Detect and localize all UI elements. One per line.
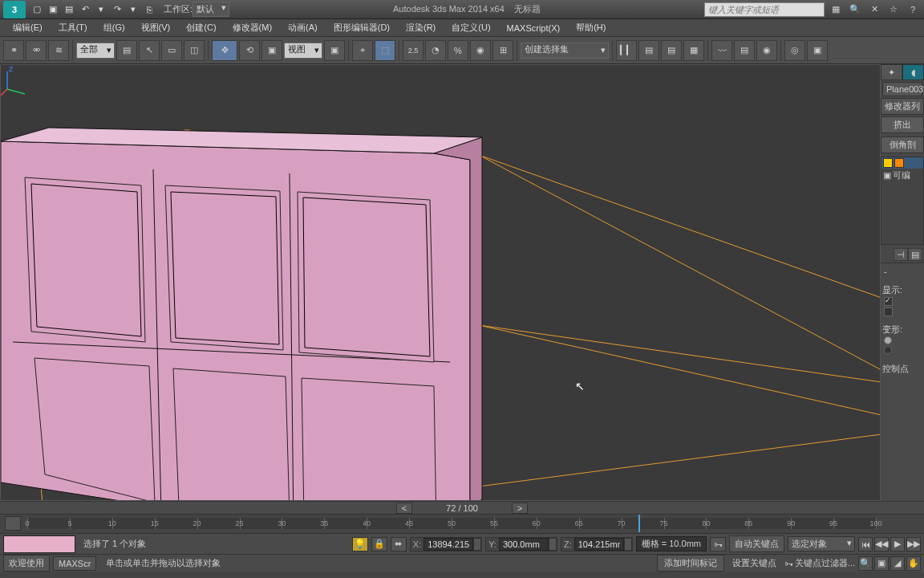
manipulate-icon[interactable]: ⌖ xyxy=(352,40,373,61)
time-marker[interactable] xyxy=(638,515,640,532)
range-left-arrow[interactable]: < xyxy=(396,503,412,514)
render-frame-icon[interactable]: ▣ xyxy=(807,40,828,61)
z-spinner[interactable] xyxy=(624,538,632,551)
menu-help[interactable]: 帮助(H) xyxy=(568,20,614,35)
absolute-mode-icon[interactable]: ⬌ xyxy=(391,537,407,552)
play-icon[interactable]: ▶ xyxy=(890,537,905,552)
bind-tool-icon[interactable]: ≋ xyxy=(48,40,69,61)
curve-editor-icon[interactable]: 〰 xyxy=(711,40,732,61)
key-filter-button[interactable]: 关键点过滤器... xyxy=(795,557,855,569)
app-icon[interactable]: 3 xyxy=(3,1,26,18)
pan-icon[interactable]: ✋ xyxy=(906,556,921,571)
config-stack-icon[interactable]: ▤ xyxy=(908,248,922,261)
lock-toggle-icon[interactable]: 💡 xyxy=(352,537,368,552)
perspective-viewport[interactable]: ↖ z xyxy=(0,64,881,501)
menu-render[interactable]: 渲染(R) xyxy=(398,20,444,35)
menu-customize[interactable]: 自定义(U) xyxy=(444,20,498,35)
menu-view[interactable]: 视图(V) xyxy=(133,20,179,35)
deform-radio-1[interactable] xyxy=(884,336,892,344)
x-input[interactable] xyxy=(424,538,473,551)
next-frame-icon[interactable]: ▶▶ xyxy=(906,537,921,552)
select-cursor-icon[interactable]: ↖ xyxy=(139,40,160,61)
goto-start-icon[interactable]: ⏮ xyxy=(858,537,873,552)
selection-filter-select[interactable]: 全部 xyxy=(76,43,115,59)
align-icon[interactable]: ▤ xyxy=(638,40,659,61)
layers-icon[interactable]: ▤ xyxy=(661,40,682,61)
menu-maxscript[interactable]: MAXScript(X) xyxy=(499,22,569,35)
rollout-dash[interactable]: - xyxy=(882,265,922,278)
select-region-icon[interactable]: ▭ xyxy=(161,40,182,61)
percent-snap-icon[interactable]: % xyxy=(448,40,468,61)
y-input[interactable] xyxy=(499,538,549,551)
layer-manager-icon[interactable]: ▦ xyxy=(683,40,704,61)
select-by-name-icon[interactable]: ▤ xyxy=(116,40,137,61)
ref-coord-select[interactable]: 视图 xyxy=(284,43,322,59)
axis-constraint-icon[interactable]: ⊞ xyxy=(492,40,513,61)
display-check-2[interactable] xyxy=(884,307,893,316)
menu-animation[interactable]: 动画(A) xyxy=(280,20,326,35)
menu-group[interactable]: 组(G) xyxy=(95,20,133,35)
selection-lock-icon[interactable]: 🔒 xyxy=(371,537,387,552)
person-icon[interactable]: ✕ xyxy=(868,3,881,16)
y-spinner[interactable] xyxy=(549,538,557,551)
autokey-button[interactable]: 自动关键点 xyxy=(729,535,784,552)
snap-toggle-icon[interactable]: 2.5 xyxy=(403,40,424,61)
undo-drop-icon[interactable]: ▾ xyxy=(94,2,108,17)
named-selection-set[interactable]: 创建选择集 xyxy=(521,43,609,59)
fov-icon[interactable]: ◢ xyxy=(890,556,905,571)
set-key-label[interactable]: 设置关键点 xyxy=(727,557,781,569)
tab-modify-icon[interactable]: ◖ xyxy=(902,64,924,80)
app-small-icon[interactable]: ▦ xyxy=(829,3,842,16)
move-tool-icon[interactable]: ✥ xyxy=(212,40,237,61)
link-icon[interactable]: ⎘ xyxy=(142,2,156,17)
search-icon[interactable]: 🔍 xyxy=(849,3,861,16)
keyboard-shortcut-icon[interactable]: ⬚ xyxy=(375,40,395,61)
render-setup-icon[interactable]: ◎ xyxy=(784,40,805,61)
menu-create[interactable]: 创建(C) xyxy=(178,20,224,35)
key-mode-icon[interactable]: 🗝 xyxy=(710,537,726,552)
extrude-button[interactable]: 挤出 xyxy=(881,116,924,133)
workspace-select[interactable]: 默认 xyxy=(192,2,229,17)
save-icon[interactable]: ▤ xyxy=(62,2,76,17)
star-icon[interactable]: ☆ xyxy=(887,3,900,16)
unlink-tool-icon[interactable]: ⚮ xyxy=(26,40,47,61)
material-editor-icon[interactable]: ◉ xyxy=(756,40,777,61)
modifier-list-label[interactable]: 修改器列 xyxy=(881,98,924,115)
pin-stack-icon[interactable]: ⊣ xyxy=(894,248,908,261)
zoom-icon[interactable]: 🔍 xyxy=(858,556,873,571)
search-input[interactable] xyxy=(704,2,825,17)
chamfer-button[interactable]: 倒角剖 xyxy=(881,136,924,153)
menu-graph[interactable]: 图形编辑器(D) xyxy=(326,20,398,35)
open-icon[interactable]: ▣ xyxy=(46,2,60,17)
mirror-icon[interactable]: ▎▎ xyxy=(616,40,637,61)
window-crossing-icon[interactable]: ◫ xyxy=(184,40,205,61)
key-selection-mode[interactable]: 选定对象 xyxy=(788,536,855,552)
redo-drop-icon[interactable]: ▾ xyxy=(126,2,140,17)
bulb-icon[interactable] xyxy=(894,158,904,168)
tab-create-icon[interactable]: ✦ xyxy=(881,64,902,80)
angle-snap-icon[interactable]: ◔ xyxy=(425,40,446,61)
deform-radio-2[interactable] xyxy=(884,346,892,354)
time-config-icon[interactable] xyxy=(5,516,21,531)
stack-item-editable[interactable]: ▣可编 xyxy=(881,169,923,182)
object-name-field[interactable]: Plane003 xyxy=(882,82,922,96)
welcome-button[interactable]: 欢迎使用 xyxy=(3,555,50,572)
add-time-tag-button[interactable]: 添加时间标记 xyxy=(657,555,724,572)
modifier-stack[interactable]: ▣可编 xyxy=(881,157,924,245)
scale-tool-icon[interactable]: ▣ xyxy=(261,40,282,61)
object-color-swatch[interactable] xyxy=(3,535,75,553)
redo-icon[interactable]: ↷ xyxy=(110,2,124,17)
prev-frame-icon[interactable]: ◀◀ xyxy=(874,537,889,552)
menu-tools[interactable]: 工具(T) xyxy=(51,20,95,35)
key-filter-icon[interactable]: 🗝 xyxy=(784,559,793,568)
maxscript-listener[interactable]: MAXScr xyxy=(53,556,96,571)
range-right-arrow[interactable]: > xyxy=(512,503,528,514)
eye-icon[interactable] xyxy=(883,158,893,168)
stack-header[interactable] xyxy=(881,157,923,169)
rotate-tool-icon[interactable]: ⟲ xyxy=(239,40,260,61)
undo-icon[interactable]: ↶ xyxy=(78,2,92,17)
help-icon[interactable]: ? xyxy=(906,3,919,16)
use-pivot-icon[interactable]: ▣ xyxy=(324,40,345,61)
time-track[interactable]: 0510152025303540455055606570758085909510… xyxy=(27,518,876,529)
x-spinner[interactable] xyxy=(473,538,481,551)
